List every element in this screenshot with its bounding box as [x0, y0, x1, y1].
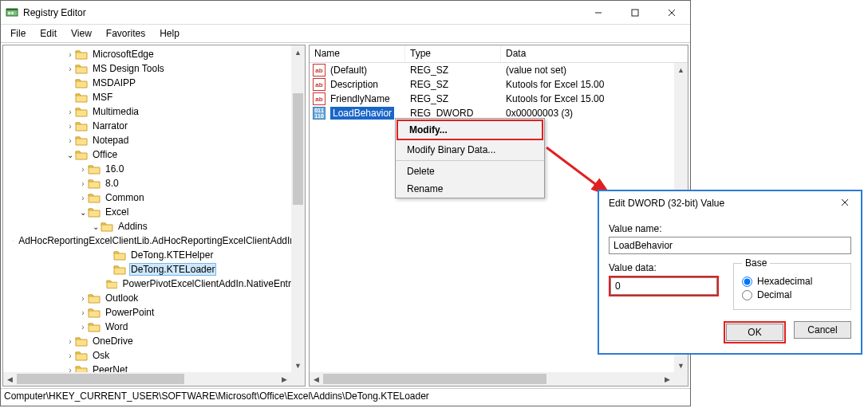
window-title: Registry Editor	[23, 7, 580, 18]
tree-item-label: MicrosoftEdge	[91, 49, 156, 60]
string-value-icon: ab	[313, 64, 326, 77]
tree-item-label: OneDrive	[91, 336, 135, 347]
tree-item[interactable]: MSDAIPP	[3, 76, 305, 90]
tree-item[interactable]: ›Common	[3, 190, 305, 205]
context-separator	[396, 160, 544, 161]
chevron-right-icon[interactable]: ›	[65, 136, 75, 145]
tree-item[interactable]: MSF	[3, 90, 305, 104]
chevron-down-icon[interactable]: ⌄	[91, 222, 101, 231]
context-rename[interactable]: Rename	[396, 180, 544, 198]
tree-item[interactable]: ⌄Addins	[3, 219, 305, 234]
chevron-right-icon[interactable]: ›	[65, 337, 75, 346]
value-name: (Default)	[326, 64, 405, 77]
close-button[interactable]	[653, 1, 690, 24]
value-context-menu: Modify... Modify Binary Data... Delete R…	[395, 118, 545, 198]
menu-edit[interactable]: Edit	[34, 26, 63, 41]
tree-item[interactable]: ›Notepad	[3, 133, 305, 147]
menu-favorites[interactable]: Favorites	[100, 26, 152, 41]
tree-item[interactable]: ›PowerPoint	[3, 305, 305, 320]
svg-rect-5	[632, 10, 638, 16]
tree-item-label: Office	[91, 149, 119, 160]
chevron-right-icon[interactable]: ›	[78, 194, 88, 202]
header-name[interactable]: Name	[310, 45, 405, 62]
tree-item-label: Excel	[104, 206, 130, 218]
maximize-button[interactable]	[617, 1, 653, 24]
radio-decimal[interactable]: Decimal	[742, 289, 842, 300]
tree-item[interactable]: ›Multimedia	[3, 104, 305, 119]
value-type: REG_SZ	[405, 64, 501, 77]
tree-item[interactable]: ›Osk	[3, 348, 305, 363]
tree-item-label: MSDAIPP	[91, 77, 137, 88]
dialog-close-button[interactable]	[829, 198, 861, 209]
list-scrollbar-horizontal[interactable]: ◀ ▶	[310, 372, 674, 386]
base-legend: Base	[742, 257, 770, 269]
menu-view[interactable]: View	[65, 26, 98, 41]
chevron-right-icon[interactable]: ›	[78, 179, 88, 188]
tree-item-label: Common	[104, 192, 146, 203]
chevron-right-icon[interactable]: ›	[78, 165, 88, 174]
menu-help[interactable]: Help	[153, 26, 186, 41]
tree-item-label: PowerPivotExcelClientAddIn.NativeEntry.1	[120, 278, 305, 289]
tree-item[interactable]: ›MS Design Tools	[3, 61, 305, 76]
tree-item-label: 16.0	[104, 163, 125, 175]
tree-item-label: MS Design Tools	[91, 63, 166, 74]
registry-tree-pane: ›MicrosoftEdge›MS Design ToolsMSDAIPPMSF…	[2, 45, 306, 387]
ok-button[interactable]: OK	[726, 324, 783, 341]
value-data-field[interactable]	[610, 277, 717, 295]
tree-item[interactable]: ›16.0	[3, 162, 305, 176]
value-name: FriendlyName	[326, 92, 405, 105]
tree-item[interactable]: DeTong.KTEHelper	[3, 248, 305, 262]
svg-rect-1	[6, 9, 18, 10]
radio-hexadecimal[interactable]: Hexadecimal	[742, 276, 842, 287]
value-data-label: Value data:	[609, 262, 719, 273]
tree-item[interactable]: ›Narrator	[3, 119, 305, 133]
base-fieldset: Base Hexadecimal Decimal	[733, 257, 851, 310]
value-row[interactable]: abFriendlyNameREG_SZKutools for Excel 15…	[310, 92, 688, 106]
chevron-down-icon[interactable]: ⌄	[65, 151, 75, 159]
chevron-right-icon[interactable]: ›	[65, 65, 75, 73]
edit-dword-dialog: Edit DWORD (32-bit) Value Value name: Va…	[598, 190, 862, 355]
tree-item[interactable]: ›Outlook	[3, 291, 305, 305]
value-type: REG_SZ	[405, 92, 501, 105]
tree-item[interactable]: DeTong.KTELoader	[3, 262, 305, 277]
tree-item-label: AdHocReportingExcelClientLib.AdHocReport…	[17, 235, 305, 246]
header-data[interactable]: Data	[501, 45, 688, 62]
context-modify[interactable]: Modify...	[397, 120, 543, 140]
tree-scrollbar-horizontal[interactable]: ◀ ▶	[3, 372, 291, 386]
chevron-right-icon[interactable]: ›	[78, 294, 88, 303]
tree-item-label: DeTong.KTEHelper	[129, 249, 215, 261]
tree-item[interactable]: ⌄Excel	[3, 205, 305, 219]
menu-file[interactable]: File	[4, 26, 32, 41]
value-data: Kutools for Excel 15.00	[501, 78, 688, 91]
cancel-button[interactable]: Cancel	[794, 321, 851, 339]
value-row[interactable]: ab(Default)REG_SZ(value not set)	[310, 63, 688, 77]
dialog-title: Edit DWORD (32-bit) Value	[604, 198, 829, 209]
minimize-button[interactable]	[580, 1, 617, 24]
tree-scrollbar-vertical[interactable]: ▲ ▼	[291, 45, 305, 372]
tree-item[interactable]: ⌄Office	[3, 147, 305, 162]
tree-item[interactable]: ›MicrosoftEdge	[3, 47, 305, 61]
tree-item[interactable]: ›OneDrive	[3, 334, 305, 348]
chevron-right-icon[interactable]: ›	[78, 323, 88, 332]
context-delete[interactable]: Delete	[396, 163, 544, 180]
tree-item[interactable]: AdHocReportingExcelClientLib.AdHocReport…	[3, 234, 305, 248]
value-row[interactable]: abDescriptionREG_SZKutools for Excel 15.…	[310, 77, 688, 92]
tree-item-label: 8.0	[104, 178, 120, 189]
value-data: Kutools for Excel 15.00	[501, 92, 688, 105]
tree-item[interactable]: ›Word	[3, 320, 305, 334]
chevron-right-icon[interactable]: ›	[65, 108, 75, 116]
chevron-right-icon[interactable]: ›	[78, 308, 88, 317]
svg-rect-2	[8, 12, 10, 14]
statusbar-path: Computer\HKEY_CURRENT_USER\SOFTWARE\Micr…	[1, 388, 690, 404]
value-name-field[interactable]	[609, 237, 851, 254]
binary-value-icon: 011110	[313, 107, 326, 120]
tree-item[interactable]: ›8.0	[3, 176, 305, 190]
chevron-right-icon[interactable]: ›	[65, 351, 75, 360]
value-name-label: Value name:	[609, 223, 851, 234]
tree-item[interactable]: PowerPivotExcelClientAddIn.NativeEntry.1	[3, 277, 305, 291]
chevron-right-icon[interactable]: ›	[65, 122, 75, 131]
header-type[interactable]: Type	[405, 45, 501, 62]
context-modify-binary[interactable]: Modify Binary Data...	[396, 141, 544, 159]
chevron-right-icon[interactable]: ›	[65, 50, 75, 59]
chevron-down-icon[interactable]: ⌄	[78, 208, 88, 217]
